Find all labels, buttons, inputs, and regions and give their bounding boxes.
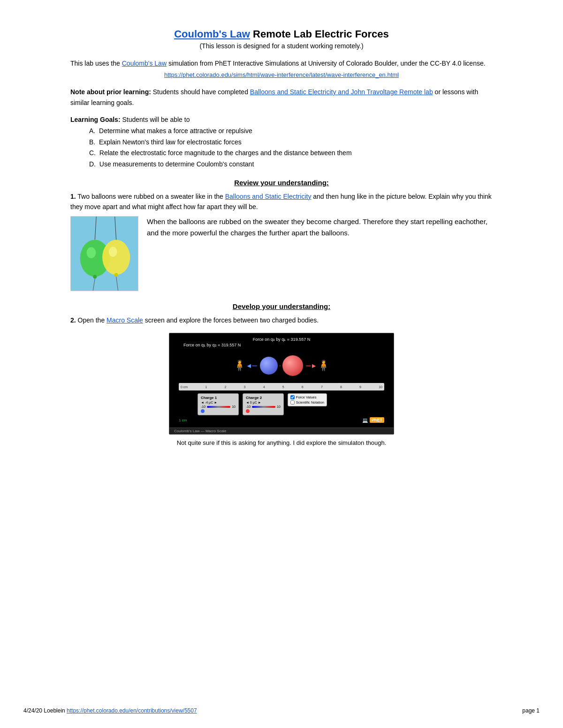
- footer-date: 4/24/20 Loeblein https://phet.colorado.e…: [23, 707, 197, 714]
- q2-text2: screen and explore the forces between tw…: [143, 316, 319, 324]
- intro-text: This lab uses the: [70, 60, 122, 67]
- scientific-notation-row: Scientific Notation: [290, 400, 324, 405]
- note-label: Note about prior learning:: [70, 88, 151, 96]
- goal-d: D. Use measurements to determine Coulomb…: [89, 159, 493, 170]
- note-text: Students should have completed: [151, 88, 250, 96]
- intro-block: This lab uses the Coulomb's Law simulati…: [70, 58, 493, 80]
- develop-section: Develop your understanding: 2. Open the …: [70, 302, 493, 446]
- sim-balls-row: 🧍 ◄─ · ─► 🧍: [174, 349, 389, 382]
- q1-text: Two balloons were rubbed on a sweater li…: [77, 193, 225, 200]
- charge2-marker: [246, 409, 250, 413]
- charge1-label: Charge 1: [201, 396, 236, 400]
- charge1-value: -4 μC: [205, 401, 213, 404]
- force-values-label: Force Values: [296, 395, 317, 399]
- arrow-left: ◄─: [246, 362, 257, 369]
- learning-goals-header: Learning Goals: Students will be able to: [70, 114, 493, 126]
- svg-point-3: [93, 275, 97, 278]
- charge2-right-arrow[interactable]: ►: [258, 401, 261, 404]
- scientific-notation-label: Scientific Notation: [296, 400, 324, 405]
- footer-page: page 1: [522, 707, 540, 714]
- goal-b: B. Explain Newton's third law for electr…: [89, 137, 493, 148]
- svg-point-6: [109, 247, 117, 257]
- sim-force-left: Force on q₁ by q₂ = 319.557 N: [183, 343, 389, 347]
- charge2-slider[interactable]: [252, 406, 275, 408]
- charge2-box: Charge 2 ◄ 0 μC ► -10 10: [243, 393, 284, 415]
- title-block: Coulomb's Law Remote Lab Electric Forces…: [70, 28, 493, 50]
- stick-figure-left: 🧍: [233, 360, 246, 372]
- charge2-value: 0 μC: [250, 401, 257, 404]
- footer: 4/24/20 Loeblein https://phet.colorado.e…: [23, 707, 540, 714]
- title-rest: Remote Lab Electric Forces: [253, 28, 389, 40]
- ruler: 0 cm12345678910: [179, 383, 384, 390]
- force-values-checkbox[interactable]: [290, 395, 295, 399]
- charge2-left-arrow[interactable]: ◄: [246, 401, 249, 404]
- sim-url-link[interactable]: https://phet.colorado.edu/sims/html/wave…: [70, 70, 493, 80]
- balloon-answer-row: When the balloons are rubbed on the swea…: [70, 216, 493, 291]
- arrow-right: ─►: [306, 362, 317, 369]
- goal-c: C. Relate the electrostatic force magnit…: [89, 148, 493, 159]
- prior-learning-link[interactable]: Balloons and Static Electricity and John…: [250, 88, 433, 96]
- intro-text2: simulation from PhET Interactive Simulat…: [167, 60, 486, 67]
- footer-url-link[interactable]: https://phet.colorado.edu/en/contributio…: [67, 707, 197, 714]
- goal-a: A. Determine what makes a force attracti…: [89, 126, 493, 137]
- sim-title-bar: Coulomb's Law — Macro Scale: [169, 428, 394, 434]
- center-dot: ·: [280, 363, 281, 368]
- sim-force-top: Force on q₂ by q₁ = 319.557 N: [174, 337, 389, 342]
- charge1-box: Charge 1 ◄ -4 μC ► -10 10: [198, 393, 239, 415]
- charge2-label: Charge 2: [246, 396, 281, 400]
- note-block: Note about prior learning: Students shou…: [70, 87, 493, 108]
- svg-point-2: [87, 247, 96, 258]
- q2-text: Open the: [78, 316, 107, 324]
- macro-scale-link[interactable]: Macro Scale: [107, 316, 143, 324]
- sim-scale-label: 1 cm: [179, 418, 187, 422]
- develop-section-header: Develop your understanding:: [70, 302, 493, 310]
- charge1-marker: [201, 409, 205, 413]
- q1-answer: When the balloons are rubbed on the swea…: [147, 216, 493, 239]
- ball-red: [282, 355, 303, 376]
- sim-footer: 1 cm 💻 PhET: [174, 417, 389, 423]
- q2-number: 2.: [70, 316, 76, 324]
- charge1-left-arrow[interactable]: ◄: [201, 401, 204, 404]
- sim-screenshot: Force on q₂ by q₁ = 319.557 N Force on q…: [169, 333, 394, 435]
- charge1-slider-row: ◄ -4 μC ►: [201, 401, 236, 404]
- main-title: Coulomb's Law Remote Lab Electric Forces: [70, 28, 493, 40]
- subtitle: (This lesson is designed for a student w…: [70, 42, 493, 50]
- sim-inner: Force on q₂ by q₁ = 319.557 N Force on q…: [169, 333, 394, 428]
- balloons-link[interactable]: Balloons and Static Electricity: [225, 193, 312, 200]
- q2-answer-note: Not quite sure if this is asking for any…: [70, 439, 493, 446]
- review-section-header: Review your understanding:: [70, 179, 493, 187]
- coulombs-law-title-link[interactable]: Coulomb's Law: [174, 28, 250, 40]
- learning-goals: Learning Goals: Students will be able to…: [70, 114, 493, 170]
- ball-blue: [260, 357, 278, 375]
- question-2: 2. Open the Macro Scale screen and explo…: [70, 315, 493, 325]
- charge1-right-arrow[interactable]: ►: [214, 401, 217, 404]
- charge1-slider[interactable]: [207, 406, 230, 408]
- svg-point-5: [102, 240, 130, 275]
- question-1: 1. Two balloons were rubbed on a sweater…: [70, 191, 493, 291]
- goals-list: A. Determine what makes a force attracti…: [89, 126, 493, 170]
- charge2-slider-row: ◄ 0 μC ►: [246, 401, 281, 404]
- coulombs-law-intro-link[interactable]: Coulomb's Law: [122, 60, 167, 67]
- sim-title-bar-left: Coulomb's Law — Macro Scale: [174, 429, 226, 433]
- scientific-notation-checkbox[interactable]: [290, 400, 295, 405]
- svg-point-7: [114, 273, 118, 277]
- force-values-row: Force Values: [290, 395, 324, 399]
- balloon-image: [70, 216, 138, 291]
- stick-figure-right: 🧍: [317, 360, 330, 372]
- phet-logo: PhET: [370, 417, 384, 423]
- sim-controls-row: Charge 1 ◄ -4 μC ► -10 10: [198, 393, 384, 415]
- q1-number: 1.: [70, 193, 76, 200]
- force-values-box: Force Values Scientific Notation: [288, 393, 327, 406]
- sim-computer-icon: 💻: [362, 418, 368, 423]
